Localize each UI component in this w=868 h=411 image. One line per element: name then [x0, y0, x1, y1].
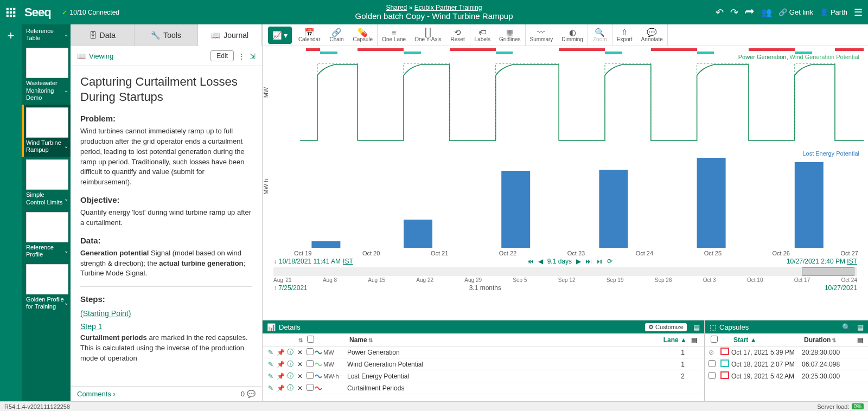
- col-duration[interactable]: Duration: [802, 336, 855, 344]
- calendar-button[interactable]: 📅Calendar: [294, 24, 325, 46]
- user-menu[interactable]: 👤 Parth: [820, 8, 847, 16]
- chevron-down-icon[interactable]: ⌄: [64, 143, 68, 150]
- chart-area[interactable]: MW Power Generation, Wind Generation Pot…: [263, 46, 868, 320]
- row-checkbox[interactable]: [709, 372, 716, 379]
- range-scroller[interactable]: [273, 267, 857, 276]
- summary-button[interactable]: 〰Summary: [526, 24, 558, 46]
- worksheet-item[interactable]: Wastewater Monitoring Demo⌄: [22, 45, 71, 105]
- pin-icon[interactable]: 📌: [276, 384, 285, 392]
- select-all-checkbox[interactable]: [711, 336, 718, 343]
- edit-icon[interactable]: ✎: [266, 373, 276, 380]
- expand-icon[interactable]: ⇲: [250, 52, 256, 60]
- dimming-button[interactable]: ◐Dimming: [557, 24, 587, 46]
- line-chart[interactable]: 10 5 0: [289, 54, 864, 146]
- step-back-fast-icon[interactable]: ⏮: [527, 258, 534, 265]
- row-checkbox[interactable]: [307, 360, 314, 367]
- columns-icon[interactable]: ▤: [689, 336, 701, 344]
- range-end[interactable]: 10/27/2021: [825, 284, 857, 292]
- row-checkbox[interactable]: [307, 372, 314, 379]
- row-checkbox[interactable]: [307, 348, 314, 355]
- columns-icon[interactable]: ▤: [855, 336, 865, 344]
- time-span[interactable]: 9.1 days: [547, 258, 572, 265]
- redo-icon[interactable]: ↷: [730, 7, 738, 18]
- chevron-down-icon[interactable]: ⌄: [64, 31, 68, 38]
- journal-link[interactable]: (Starting Point): [80, 309, 131, 318]
- worksheet-item[interactable]: Golden Profile for Training⌄: [22, 261, 71, 313]
- table-row[interactable]: ✎ 📌 ⓘ ✕ MW Wind Generation Potential 1: [263, 358, 704, 370]
- remove-icon[interactable]: ✕: [295, 373, 305, 380]
- undo-icon[interactable]: ↶: [716, 7, 724, 18]
- remove-icon[interactable]: ✕: [295, 384, 305, 392]
- edit-icon[interactable]: ✎: [266, 361, 276, 368]
- columns-icon[interactable]: ▤: [857, 323, 864, 331]
- select-all-checkbox[interactable]: [307, 336, 314, 343]
- users-icon[interactable]: 👥: [761, 7, 772, 17]
- info-icon[interactable]: ⓘ: [285, 359, 295, 369]
- chevron-down-icon[interactable]: ⌄: [64, 87, 68, 94]
- tab-tools[interactable]: 🔧Tools: [135, 24, 199, 46]
- col-lane[interactable]: Lane ▲: [651, 336, 689, 344]
- annotate-button[interactable]: 💬Annotate: [637, 24, 667, 46]
- info-icon[interactable]: ⓘ: [285, 383, 295, 393]
- chevron-down-icon[interactable]: ⌄: [64, 248, 68, 254]
- worksheet-item[interactable]: Wind Turbine Rampup⌄: [22, 105, 71, 157]
- get-link-button[interactable]: 🔗 Get link: [778, 8, 813, 16]
- chevron-down-icon[interactable]: ⌄: [64, 300, 68, 306]
- remove-icon[interactable]: ✕: [295, 349, 305, 356]
- reset-button[interactable]: ⟲Reset: [446, 24, 470, 46]
- table-row[interactable]: ✎ 📌 ⓘ ✕ Curtailment Periods: [263, 382, 704, 394]
- table-row[interactable]: Oct 19, 2021 5:42 AM 20:25:30.000: [705, 370, 868, 382]
- tab-data[interactable]: 🗄Data: [71, 24, 135, 46]
- breadcrumb-link[interactable]: Ecubix Partner Training: [414, 4, 482, 11]
- col-name[interactable]: Name: [347, 336, 651, 344]
- pin-icon[interactable]: 📌: [276, 373, 285, 380]
- edit-icon[interactable]: ✎: [266, 384, 276, 392]
- view-mode-button[interactable]: 📈 ▾: [268, 27, 292, 44]
- step-forward-fast-icon[interactable]: ⏭: [585, 258, 592, 265]
- step-back-icon[interactable]: ◀: [538, 258, 543, 265]
- info-icon[interactable]: ⓘ: [285, 371, 295, 381]
- pin-icon[interactable]: 📌: [276, 361, 285, 368]
- tab-journal[interactable]: 📖Journal: [198, 24, 262, 46]
- table-row[interactable]: ✎ 📌 ⓘ ✕ MW·h Lost Energy Potential 2: [263, 370, 704, 382]
- export-button[interactable]: ⇧Export: [612, 24, 637, 46]
- bar-chart[interactable]: 6.0 5.0 4.0 3.0 2.0: [289, 150, 864, 248]
- worksheet-item[interactable]: Reference Profile⌄: [22, 209, 71, 261]
- add-worksheet-button[interactable]: +: [8, 29, 15, 43]
- remove-icon[interactable]: ✕: [295, 361, 305, 368]
- apps-icon[interactable]: [5, 7, 16, 18]
- labels-button[interactable]: 🏷Labels: [470, 24, 495, 46]
- journal-link[interactable]: Step 1: [80, 322, 102, 331]
- step-forward-icon[interactable]: ▶: [576, 258, 581, 265]
- onelane-button[interactable]: ≡One Lane: [378, 24, 410, 46]
- row-checkbox[interactable]: [307, 384, 314, 391]
- table-row[interactable]: ✎ 📌 ⓘ ✕ MW Power Generation 1: [263, 346, 704, 358]
- comments-bar[interactable]: Comments › 0 💬: [71, 386, 262, 401]
- start-time[interactable]: 10/18/2021 11:41 AM: [279, 258, 341, 265]
- chain-button[interactable]: 🔗Chain: [324, 24, 348, 46]
- step-to-now-icon[interactable]: ⏯: [596, 258, 603, 265]
- arrow-down-icon[interactable]: ↓: [273, 258, 277, 265]
- search-icon[interactable]: 🔍: [842, 323, 851, 331]
- breadcrumb-link[interactable]: Shared: [386, 4, 407, 11]
- hamburger-icon[interactable]: ☰: [854, 7, 863, 18]
- arrow-up-icon[interactable]: ↑: [273, 284, 277, 292]
- end-time[interactable]: 10/27/2021 2:40 PM: [787, 258, 845, 265]
- edit-button[interactable]: Edit: [210, 50, 234, 61]
- info-icon[interactable]: ⓘ: [285, 348, 295, 357]
- worksheet-item[interactable]: Simple Control Limits⌄: [22, 157, 71, 209]
- capsule-button[interactable]: 💊Capsule: [348, 24, 377, 46]
- row-checkbox[interactable]: [709, 360, 716, 367]
- edit-icon[interactable]: ✎: [266, 349, 276, 356]
- columns-icon[interactable]: ▤: [693, 323, 700, 331]
- range-start[interactable]: 7/25/2021: [278, 284, 307, 292]
- forward-icon[interactable]: ⮫: [745, 7, 755, 18]
- more-icon[interactable]: ⋮: [238, 52, 245, 60]
- pin-icon[interactable]: 📌: [276, 349, 285, 356]
- chevron-down-icon[interactable]: ⌄: [64, 196, 68, 202]
- worksheet-item[interactable]: Reference Table⌄: [22, 24, 71, 45]
- customize-button[interactable]: ⚙ Customize: [645, 323, 687, 331]
- col-start[interactable]: Start ▲: [731, 336, 802, 344]
- refresh-icon[interactable]: ⟳: [607, 258, 612, 265]
- gridlines-button[interactable]: ▦Gridlines: [495, 24, 525, 46]
